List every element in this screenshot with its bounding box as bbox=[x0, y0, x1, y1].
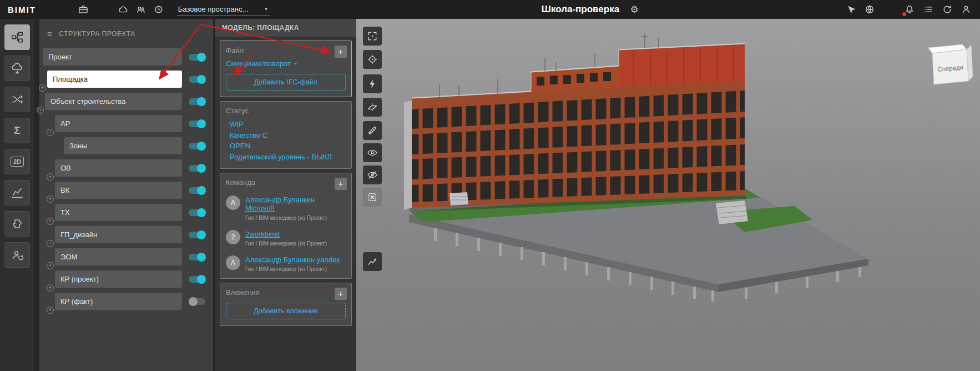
expand-toggle[interactable]: + bbox=[37, 107, 44, 114]
member-name-link[interactable]: Александр Буланкин yandex bbox=[245, 255, 340, 264]
file-card-label: Файл bbox=[226, 46, 346, 54]
locate-target-button[interactable] bbox=[363, 50, 382, 69]
section-box-button[interactable] bbox=[363, 188, 382, 207]
visibility-toggle[interactable] bbox=[189, 187, 205, 194]
visibility-toggle[interactable] bbox=[189, 98, 205, 105]
tree-item-ov[interactable]: + ОВ bbox=[55, 159, 182, 177]
measure-button[interactable] bbox=[363, 121, 382, 140]
add-member-plus-button[interactable]: + bbox=[335, 178, 347, 190]
tree-item-construction-object[interactable]: + Объект строительства bbox=[45, 93, 182, 110]
rail-2d-button[interactable]: 2D bbox=[4, 149, 30, 174]
rail-structure-tree-button[interactable] bbox=[4, 24, 30, 50]
rail-chart-button[interactable] bbox=[4, 180, 30, 205]
users-button[interactable] bbox=[133, 1, 149, 18]
hide-visibility-button[interactable] bbox=[363, 166, 382, 184]
toggle-knob bbox=[197, 75, 206, 84]
tree-item-label: АР bbox=[60, 119, 70, 128]
visibility-toggle[interactable] bbox=[189, 209, 205, 216]
tree-item-zones[interactable]: Зоны bbox=[64, 137, 182, 154]
rail-roles-button[interactable] bbox=[4, 242, 30, 268]
offset-rotate-dropdown[interactable]: Смещение/поворот ▾ bbox=[226, 59, 346, 68]
cloud-button[interactable] bbox=[115, 1, 132, 18]
add-attachment-button[interactable]: Добавить вложение bbox=[226, 303, 346, 319]
team-card: Команда + A Александр Буланкин Microsoft… bbox=[220, 173, 352, 279]
visibility-toggle[interactable] bbox=[189, 232, 205, 238]
toggle-knob bbox=[197, 53, 206, 62]
history-clock-button[interactable] bbox=[150, 1, 167, 18]
visibility-toggle[interactable] bbox=[189, 143, 205, 149]
2d-icon: 2D bbox=[11, 157, 24, 167]
project-settings-gear-button[interactable]: ⚙ bbox=[626, 1, 643, 18]
workspace-select[interactable]: Базовое пространс... ▾ bbox=[177, 4, 270, 16]
notifications-button[interactable] bbox=[901, 1, 918, 18]
tree-item-project[interactable]: Проект bbox=[43, 48, 182, 66]
add-file-plus-button[interactable]: + bbox=[335, 46, 347, 58]
visibility-toggle[interactable] bbox=[189, 76, 205, 83]
globe-button[interactable] bbox=[861, 1, 878, 18]
visibility-toggle[interactable] bbox=[189, 276, 205, 283]
toggle-knob bbox=[197, 208, 206, 217]
offset-rotate-label: Смещение/поворот bbox=[226, 59, 291, 68]
cloud-icon bbox=[118, 4, 129, 15]
status-item-quality[interactable]: Качество С bbox=[230, 130, 346, 141]
tree-item-kr-project[interactable]: + КР (проект) bbox=[55, 270, 182, 288]
expand-toggle[interactable]: + bbox=[47, 240, 54, 247]
expand-toggle[interactable]: + bbox=[39, 84, 46, 92]
project-title-area: Школа-проверка ⚙ bbox=[542, 0, 643, 19]
fit-view-button[interactable] bbox=[363, 27, 382, 46]
target-icon bbox=[367, 54, 378, 65]
member-name-link[interactable]: 2workbimit bbox=[245, 230, 327, 238]
member-name-link[interactable]: Александр Буланкин Microsoft bbox=[245, 195, 341, 213]
tree-item-ar[interactable]: + АР bbox=[55, 115, 182, 132]
rail-sigma-button[interactable]: Σ bbox=[4, 118, 30, 143]
visibility-toggle[interactable] bbox=[189, 165, 205, 172]
tree-item-vk[interactable]: + ВК bbox=[55, 182, 182, 199]
account-button[interactable] bbox=[958, 1, 974, 18]
rail-connections-button[interactable] bbox=[4, 87, 30, 112]
tree-row: + ГП_дизайн bbox=[39, 226, 205, 243]
visibility-toggle[interactable] bbox=[189, 54, 205, 61]
tree-item-gp-design[interactable]: + ГП_дизайн bbox=[55, 226, 182, 243]
tree-item-kr-fact[interactable]: + КР (факт) bbox=[55, 293, 182, 310]
rail-plugins-button[interactable] bbox=[4, 211, 30, 237]
tree-item-label: ВК bbox=[60, 186, 69, 194]
tree-item-label: Зоны bbox=[69, 142, 87, 150]
expand-toggle[interactable]: + bbox=[47, 262, 54, 269]
add-attachment-plus-button[interactable]: + bbox=[335, 288, 347, 300]
viewport-canvas[interactable]: Спереди bbox=[356, 19, 980, 371]
toggle-knob bbox=[197, 142, 206, 151]
expand-toggle[interactable]: + bbox=[47, 284, 54, 292]
tree-item-label: КР (факт) bbox=[60, 297, 93, 305]
toggle-knob bbox=[197, 230, 206, 239]
tree-item-eom[interactable]: + ЭОМ bbox=[55, 248, 182, 265]
show-visibility-button[interactable] bbox=[363, 143, 382, 162]
lightning-tool-button[interactable] bbox=[363, 74, 382, 93]
status-item-open[interactable]: OPEN bbox=[230, 141, 346, 152]
add-ifc-file-button[interactable]: Добавить IFC-файл bbox=[226, 74, 346, 91]
expand-toggle[interactable]: + bbox=[47, 307, 54, 314]
visibility-toggle[interactable] bbox=[189, 254, 205, 260]
status-item-parent-level[interactable]: Родительский уровень - ВЫКЛ bbox=[230, 152, 346, 163]
expand-toggle[interactable]: + bbox=[47, 173, 54, 181]
eye-icon bbox=[367, 147, 378, 158]
status-item-wip[interactable]: WIP bbox=[230, 119, 346, 130]
visibility-toggle[interactable] bbox=[189, 298, 205, 305]
refresh-button[interactable] bbox=[939, 1, 956, 18]
pointer-tool-button[interactable] bbox=[842, 1, 859, 18]
expand-toggle[interactable]: + bbox=[47, 218, 54, 225]
member-role: Гип / BIM менеджер (из Проект) bbox=[245, 215, 341, 221]
nav-cube[interactable]: Спереди bbox=[928, 44, 973, 84]
visibility-toggle[interactable] bbox=[189, 121, 205, 127]
tree-item-ploshchadka[interactable]: + Площадка bbox=[47, 71, 182, 88]
rail-cloud-sync-button[interactable] bbox=[4, 56, 30, 81]
tasks-list-button[interactable] bbox=[920, 1, 937, 18]
tree-row: + АР bbox=[39, 115, 205, 132]
trend-analysis-button[interactable] bbox=[363, 252, 382, 271]
menu-icon[interactable]: ≡ bbox=[47, 29, 52, 38]
clip-plane-button[interactable] bbox=[363, 98, 382, 117]
projects-briefcase-button[interactable] bbox=[75, 1, 92, 18]
toggle-knob bbox=[189, 297, 198, 306]
expand-toggle[interactable]: + bbox=[47, 129, 54, 136]
tree-item-th[interactable]: + ТХ bbox=[55, 204, 182, 221]
expand-toggle[interactable]: + bbox=[47, 195, 54, 203]
